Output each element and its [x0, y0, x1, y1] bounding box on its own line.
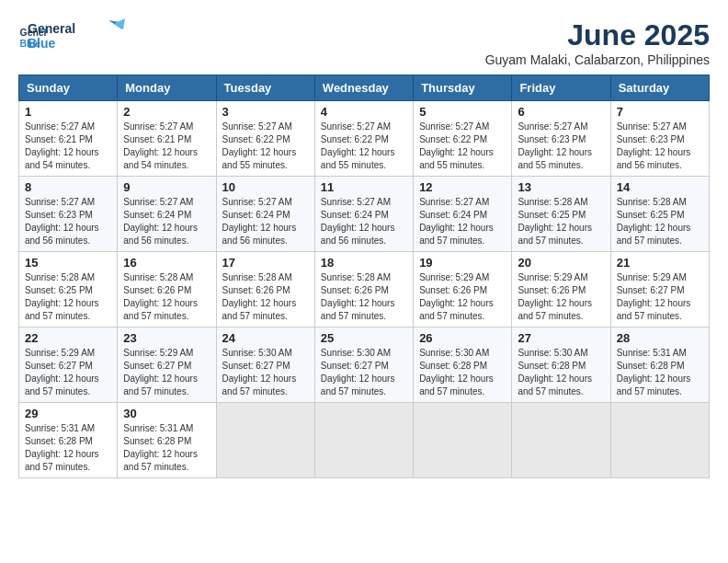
- day-info: Sunrise: 5:27 AM Sunset: 6:23 PM Dayligh…: [617, 121, 703, 172]
- day-number: 22: [25, 331, 111, 345]
- day-cell: [610, 403, 709, 478]
- day-cell: 25Sunrise: 5:30 AM Sunset: 6:27 PM Dayli…: [314, 327, 413, 403]
- day-cell: 28Sunrise: 5:31 AM Sunset: 6:28 PM Dayli…: [610, 327, 709, 403]
- day-info: Sunrise: 5:29 AM Sunset: 6:27 PM Dayligh…: [617, 271, 703, 323]
- day-info: Sunrise: 5:27 AM Sunset: 6:23 PM Dayligh…: [518, 121, 604, 172]
- day-info: Sunrise: 5:31 AM Sunset: 6:28 PM Dayligh…: [617, 347, 703, 398]
- day-cell: 14Sunrise: 5:28 AM Sunset: 6:25 PM Dayli…: [610, 177, 709, 252]
- day-cell: 7Sunrise: 5:27 AM Sunset: 6:23 PM Daylig…: [610, 101, 709, 177]
- day-number: 11: [321, 180, 407, 194]
- header-row: SundayMondayTuesdayWednesdayThursdayFrid…: [19, 75, 710, 101]
- day-cell: 12Sunrise: 5:27 AM Sunset: 6:24 PM Dayli…: [414, 177, 512, 252]
- day-number: 21: [617, 256, 703, 270]
- day-cell: [216, 403, 314, 478]
- day-number: 15: [25, 256, 111, 270]
- day-number: 6: [518, 105, 604, 119]
- day-number: 16: [123, 256, 210, 270]
- day-number: 4: [321, 105, 407, 119]
- day-cell: 8Sunrise: 5:27 AM Sunset: 6:23 PM Daylig…: [19, 177, 118, 252]
- day-cell: 10Sunrise: 5:27 AM Sunset: 6:24 PM Dayli…: [216, 177, 314, 252]
- day-cell: 26Sunrise: 5:30 AM Sunset: 6:28 PM Dayli…: [414, 327, 512, 403]
- day-info: Sunrise: 5:27 AM Sunset: 6:22 PM Dayligh…: [419, 121, 506, 172]
- day-cell: 6Sunrise: 5:27 AM Sunset: 6:23 PM Daylig…: [512, 101, 610, 177]
- day-info: Sunrise: 5:30 AM Sunset: 6:27 PM Dayligh…: [222, 347, 309, 398]
- day-number: 24: [222, 331, 309, 345]
- day-number: 3: [222, 105, 309, 119]
- day-info: Sunrise: 5:27 AM Sunset: 6:24 PM Dayligh…: [222, 196, 309, 247]
- day-number: 13: [518, 180, 604, 194]
- day-number: 28: [617, 331, 703, 345]
- day-cell: 22Sunrise: 5:29 AM Sunset: 6:27 PM Dayli…: [19, 327, 118, 403]
- header-monday: Monday: [118, 75, 216, 101]
- day-info: Sunrise: 5:28 AM Sunset: 6:25 PM Dayligh…: [617, 196, 703, 247]
- title-area: June 2025 Guyam Malaki, Calabarzon, Phil…: [485, 18, 710, 67]
- day-info: Sunrise: 5:27 AM Sunset: 6:22 PM Dayligh…: [321, 121, 407, 172]
- day-number: 2: [123, 105, 210, 119]
- header-wednesday: Wednesday: [314, 75, 413, 101]
- day-info: Sunrise: 5:28 AM Sunset: 6:26 PM Dayligh…: [321, 271, 407, 323]
- day-info: Sunrise: 5:29 AM Sunset: 6:27 PM Dayligh…: [123, 347, 210, 398]
- day-info: Sunrise: 5:27 AM Sunset: 6:22 PM Dayligh…: [222, 121, 309, 172]
- svg-text:General: General: [28, 21, 75, 36]
- day-cell: 18Sunrise: 5:28 AM Sunset: 6:26 PM Dayli…: [314, 252, 413, 327]
- day-info: Sunrise: 5:29 AM Sunset: 6:27 PM Dayligh…: [25, 347, 111, 398]
- day-cell: [414, 403, 512, 478]
- day-number: 14: [617, 180, 703, 194]
- logo: General Blue General Blue: [18, 18, 127, 57]
- day-info: Sunrise: 5:28 AM Sunset: 6:25 PM Dayligh…: [25, 271, 111, 323]
- header-sunday: Sunday: [19, 75, 118, 101]
- week-row-2: 8Sunrise: 5:27 AM Sunset: 6:23 PM Daylig…: [19, 177, 710, 252]
- day-info: Sunrise: 5:27 AM Sunset: 6:21 PM Dayligh…: [123, 121, 210, 172]
- calendar-table: SundayMondayTuesdayWednesdayThursdayFrid…: [18, 75, 710, 478]
- day-cell: [512, 403, 610, 478]
- day-number: 20: [518, 256, 604, 270]
- header-friday: Friday: [512, 75, 610, 101]
- svg-text:Blue: Blue: [28, 36, 56, 51]
- day-cell: 27Sunrise: 5:30 AM Sunset: 6:28 PM Dayli…: [512, 327, 610, 403]
- day-info: Sunrise: 5:27 AM Sunset: 6:23 PM Dayligh…: [25, 196, 111, 247]
- day-info: Sunrise: 5:30 AM Sunset: 6:28 PM Dayligh…: [419, 347, 506, 398]
- day-number: 17: [222, 256, 309, 270]
- day-number: 26: [419, 331, 506, 345]
- day-number: 10: [222, 180, 309, 194]
- day-info: Sunrise: 5:29 AM Sunset: 6:26 PM Dayligh…: [518, 271, 604, 323]
- day-info: Sunrise: 5:28 AM Sunset: 6:26 PM Dayligh…: [222, 271, 309, 323]
- day-cell: 3Sunrise: 5:27 AM Sunset: 6:22 PM Daylig…: [216, 101, 314, 177]
- day-number: 1: [25, 105, 111, 119]
- day-cell: 15Sunrise: 5:28 AM Sunset: 6:25 PM Dayli…: [19, 252, 118, 327]
- day-info: Sunrise: 5:27 AM Sunset: 6:24 PM Dayligh…: [321, 196, 407, 247]
- day-cell: 30Sunrise: 5:31 AM Sunset: 6:28 PM Dayli…: [118, 403, 216, 478]
- day-number: 25: [321, 331, 407, 345]
- day-number: 18: [321, 256, 407, 270]
- day-cell: 17Sunrise: 5:28 AM Sunset: 6:26 PM Dayli…: [216, 252, 314, 327]
- day-number: 12: [419, 180, 506, 194]
- day-number: 19: [419, 256, 506, 270]
- day-info: Sunrise: 5:30 AM Sunset: 6:28 PM Dayligh…: [518, 347, 604, 398]
- day-number: 23: [123, 331, 210, 345]
- day-info: Sunrise: 5:27 AM Sunset: 6:24 PM Dayligh…: [123, 196, 210, 247]
- week-row-3: 15Sunrise: 5:28 AM Sunset: 6:25 PM Dayli…: [19, 252, 710, 327]
- day-info: Sunrise: 5:31 AM Sunset: 6:28 PM Dayligh…: [123, 422, 210, 474]
- day-cell: 16Sunrise: 5:28 AM Sunset: 6:26 PM Dayli…: [118, 252, 216, 327]
- day-cell: 24Sunrise: 5:30 AM Sunset: 6:27 PM Dayli…: [216, 327, 314, 403]
- day-cell: 23Sunrise: 5:29 AM Sunset: 6:27 PM Dayli…: [118, 327, 216, 403]
- week-row-5: 29Sunrise: 5:31 AM Sunset: 6:28 PM Dayli…: [19, 403, 710, 478]
- day-number: 5: [419, 105, 506, 119]
- day-cell: 9Sunrise: 5:27 AM Sunset: 6:24 PM Daylig…: [118, 177, 216, 252]
- day-number: 9: [123, 180, 210, 194]
- day-number: 27: [518, 331, 604, 345]
- day-cell: 1Sunrise: 5:27 AM Sunset: 6:21 PM Daylig…: [19, 101, 118, 177]
- calendar-title: June 2025: [485, 18, 710, 52]
- day-cell: 20Sunrise: 5:29 AM Sunset: 6:26 PM Dayli…: [512, 252, 610, 327]
- header-tuesday: Tuesday: [216, 75, 314, 101]
- svg-marker-7: [114, 18, 125, 29]
- day-cell: 11Sunrise: 5:27 AM Sunset: 6:24 PM Dayli…: [314, 177, 413, 252]
- day-cell: 13Sunrise: 5:28 AM Sunset: 6:25 PM Dayli…: [512, 177, 610, 252]
- day-cell: 21Sunrise: 5:29 AM Sunset: 6:27 PM Dayli…: [610, 252, 709, 327]
- day-cell: [314, 403, 413, 478]
- header-saturday: Saturday: [610, 75, 709, 101]
- logo-graphic: General Blue: [26, 18, 127, 53]
- day-cell: 29Sunrise: 5:31 AM Sunset: 6:28 PM Dayli…: [19, 403, 118, 478]
- day-info: Sunrise: 5:28 AM Sunset: 6:26 PM Dayligh…: [123, 271, 210, 323]
- day-number: 8: [25, 180, 111, 194]
